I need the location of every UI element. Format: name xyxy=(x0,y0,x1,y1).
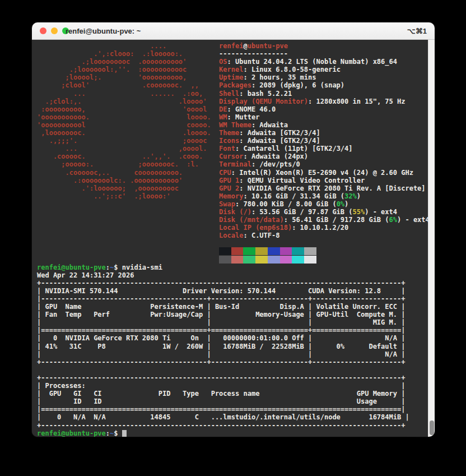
terminal-text: Swap xyxy=(219,200,235,208)
terminal-line: +---------------------------------------… xyxy=(37,358,430,366)
terminal-line: | ID ID Usage | xyxy=(37,398,430,405)
terminal-cursor xyxy=(122,430,127,437)
terminal-text: | GPU GI CI PID Type Process name GPU Me… xyxy=(37,390,405,398)
terminal-line: | 0 NVIDIA GeForce RTX 2080 Ti On | 0000… xyxy=(37,334,430,342)
terminal-text: | 0 N/A N/A 14845 C ...lmstudio/.interna… xyxy=(37,413,409,421)
terminal-line: Locale: C.UTF-8 xyxy=(37,232,430,239)
terminal-text: : Mutter xyxy=(227,113,260,121)
terminal-text xyxy=(37,239,219,247)
terminal-text: 0% xyxy=(337,200,344,208)
terminal-text: : 53.56 GiB / 97.87 GiB ( xyxy=(251,208,353,216)
terminal-text: ... ,ooool. xyxy=(37,145,219,152)
palette-block xyxy=(255,256,268,264)
terminal-text: Memory xyxy=(219,192,243,200)
terminal-text: Kernel xyxy=(219,66,243,73)
terminal-line xyxy=(37,239,430,247)
terminal-text: ) xyxy=(344,200,348,208)
terminal-line xyxy=(37,256,430,264)
terminal-text: OS xyxy=(219,58,227,66)
palette-block xyxy=(219,256,231,264)
terminal-text: | 0 NVIDIA GeForce RTX 2080 Ti On | 0000… xyxy=(37,334,405,342)
terminal-text: 'ooooooooool coooo. xyxy=(37,121,219,129)
minimize-button[interactable] xyxy=(51,27,58,34)
palette-block xyxy=(292,256,304,264)
terminal-text: +---------------------------------------… xyxy=(37,422,405,429)
palette-block xyxy=(243,247,255,255)
terminal-text: : 10.10.1.2/20 xyxy=(292,224,348,232)
terminal-line: |=======================================… xyxy=(37,326,430,334)
terminal-screen[interactable]: .... renfei@ubuntu-pve .',:clooo: .:looo… xyxy=(32,40,435,437)
terminal-line: ,loooooooc. .loooo. Theme: Adwaita [GTK2… xyxy=(37,129,430,137)
terminal-text: Cursor xyxy=(219,152,243,160)
terminal-text: .;looooool:,''. :ooooooooooc xyxy=(37,66,219,73)
palette-block xyxy=(255,247,268,255)
terminal-text: ) - ext4 xyxy=(365,208,397,216)
terminal-line: | GPU GI CI PID Type Process name GPU Me… xyxy=(37,390,430,398)
terminal-line: +---------------------------------------… xyxy=(37,374,430,382)
terminal-line: .... renfei@ubuntu-pve xyxy=(37,42,430,50)
palette-block xyxy=(219,247,231,255)
terminal-line: +---------------------------------------… xyxy=(37,279,430,287)
terminal-text: Display (QEMU Monitor) xyxy=(219,98,308,105)
terminal-text xyxy=(37,200,219,208)
terminal-text: Disk (/) xyxy=(219,208,251,216)
terminal-text: : xyxy=(106,429,110,437)
terminal-text: : /dev/pts/0 xyxy=(251,160,300,168)
palette-block xyxy=(268,247,280,255)
terminal-window: renfei@ubuntu-pve: ~ ⌥⌘1 .... renfei@ubu… xyxy=(32,22,435,437)
terminal-text: .... xyxy=(37,42,219,50)
terminal-line: Swap: 780.00 KiB / 8.00 GiB (0%) xyxy=(37,200,430,208)
terminal-text: .:ooooooolc:. .ooooooooooo' xyxy=(37,177,219,184)
terminal-line: 'ooooooooool coooo. WM Theme: Adwaita xyxy=(37,121,430,129)
terminal-text: : Linux 6.8.0-58-generic xyxy=(243,66,340,73)
terminal-text: .',:clooo: .:looooo:. xyxy=(37,50,219,58)
terminal-line: .coooooc,.. coooooooooo. CPU: Intel(R) X… xyxy=(37,169,430,177)
terminal-text: 55% xyxy=(353,208,365,216)
terminal-line: +---------------------------------------… xyxy=(37,422,430,429)
terminal-text: |=======================================… xyxy=(37,405,405,413)
close-button[interactable] xyxy=(40,27,46,34)
palette-block xyxy=(231,247,244,255)
terminal-text: $ xyxy=(114,429,122,437)
terminal-line: .;looooool:,''. :ooooooooooc Kernel: Lin… xyxy=(37,66,430,73)
terminal-line: ... ...... .:oo, Shell: bash 5.2.21 xyxy=(37,90,430,98)
palette-block xyxy=(304,247,316,255)
terminal-text: $ nvidia-smi xyxy=(114,264,162,271)
terminal-text: ) - ext4 xyxy=(397,216,430,224)
title-bar[interactable]: renfei@ubuntu-pve: ~ ⌥⌘1 xyxy=(32,22,435,40)
terminal-line: ..';::c' .;loooo:' Memory: 10.16 GiB / 3… xyxy=(37,192,430,200)
terminal-text: ubuntu-pve xyxy=(248,42,288,50)
terminal-text: : 1280x800 in 15", 75 Hz xyxy=(308,98,405,105)
terminal-text: 'ooooooooooo. loooo. xyxy=(37,113,219,121)
scrollbar[interactable] xyxy=(428,40,435,437)
terminal-text: : NVIDIA GeForce RTX 2080 Ti Rev. A [Dis… xyxy=(239,184,425,192)
terminal-text: | GPU Name Persistence-M | Bus-Id Disp.A… xyxy=(37,303,405,311)
terminal-text: ;looool;. 'oooooooooo, xyxy=(37,73,219,81)
terminal-text: GPU 1 xyxy=(219,177,239,184)
terminal-line: | Processes: | xyxy=(37,382,430,390)
terminal-text xyxy=(37,224,219,232)
terminal-text: Uptime xyxy=(219,73,243,81)
terminal-text: renfei@ubuntu-pve xyxy=(37,429,106,437)
terminal-line: :ooooooooo, 'ooool DE: GNOME 46.0 xyxy=(37,105,430,113)
terminal-text xyxy=(37,256,219,264)
terminal-text: | | | MIG M. | xyxy=(37,318,405,326)
terminal-text: Packages xyxy=(219,81,251,89)
terminal-line: renfei@ubuntu-pve:~$ xyxy=(37,429,430,437)
terminal-text: CPU xyxy=(219,169,231,177)
terminal-text: ,loooooooc. .loooo. xyxy=(37,129,219,137)
terminal-line: | GPU Name Persistence-M | Bus-Id Disp.A… xyxy=(37,303,430,311)
terminal-line: .:ooooooolc:. .ooooooooooo' GPU 1: QEMU … xyxy=(37,177,430,184)
traffic-lights xyxy=(40,27,69,34)
terminal-text: WM Theme xyxy=(219,121,251,129)
terminal-text: Terminal xyxy=(219,160,251,168)
palette-block xyxy=(268,256,280,264)
window-shortcut-badge: ⌥⌘1 xyxy=(407,22,427,40)
terminal-line: | 0 N/A N/A 14845 C ...lmstudio/.interna… xyxy=(37,413,430,421)
terminal-text: Shell xyxy=(219,90,239,98)
terminal-line: ... ,ooool. Font: Cantarell (11pt) [GTK2… xyxy=(37,145,430,152)
terminal-text: : 56.41 GiB / 917.28 GiB ( xyxy=(284,216,389,224)
terminal-line: 'ooooooooooo. loooo. WM: Mutter xyxy=(37,113,430,121)
scrollbar-thumb[interactable] xyxy=(430,420,434,435)
terminal-text: ;ooooo:. ;oooooooc. :l. xyxy=(37,160,219,168)
